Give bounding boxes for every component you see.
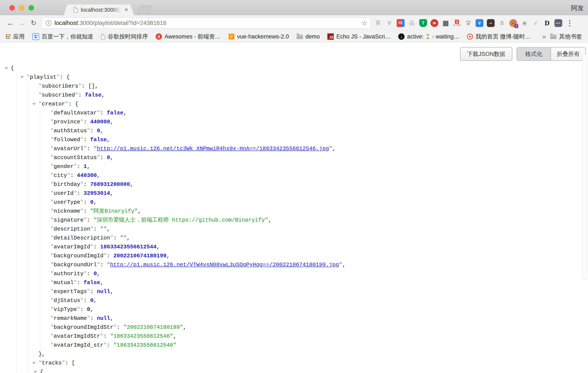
view-mode-segmented-control: 格式化 折叠所有 — [516, 47, 586, 61]
extension-icons-strip: 英VFE品T≫▦5PLAYER∨●●S••1◉✓D••• — [374, 19, 562, 27]
paw-extension-icon[interactable] — [464, 19, 472, 27]
json-row: }, — [29, 350, 579, 359]
folder-icon — [296, 34, 303, 39]
hourglass-icon — [426, 34, 430, 39]
html5-player-extension-icon[interactable]: 5PLAYER — [453, 19, 461, 27]
monkey-extension-icon[interactable]: ••1 — [509, 19, 517, 27]
browser-menu-button[interactable]: ⋮ — [566, 19, 573, 27]
bookmark-google-sort[interactable]: 谷歌按时间排序 — [101, 33, 148, 40]
json-url-link[interactable]: http://p1.music.126.net/tc3Wk_XNPmwiR4hx… — [97, 145, 329, 152]
reload-button[interactable]: ↻ — [29, 19, 38, 27]
bookmark-vue-hackernews[interactable]: Vvue-hackernews-2.0 — [228, 33, 289, 40]
bookmark-star-icon[interactable]: ☆ — [361, 19, 368, 27]
json-row-avatarImgId_str: "avatarImgId_str": "18633423556612546" — [40, 341, 579, 350]
player-caption: PLAYER — [453, 24, 461, 26]
fe-extension-icon[interactable]: FE — [397, 19, 405, 27]
json-row-userType: "userType": 0, — [40, 198, 579, 207]
baidu-paw-icon — [32, 33, 39, 40]
collapse-triangle-icon[interactable] — [32, 362, 36, 364]
zoom-window-button[interactable] — [29, 5, 34, 11]
url-bar[interactable]: i localhost:3000/playlist/detail?id=2438… — [42, 17, 371, 29]
collapse-triangle-icon[interactable] — [34, 371, 37, 373]
json-row-city: "city": 440300, — [40, 171, 579, 180]
traffic-lights — [9, 5, 34, 11]
incognito-extension-icon[interactable]: ●● — [487, 19, 495, 27]
minimize-window-button[interactable] — [19, 5, 24, 11]
json-url-link[interactable]: http://p1.music.126.net/VTW4vsN08vwL3uSQ… — [110, 262, 339, 268]
json-row-avatarUrl: "avatarUrl": "http://p1.music.126.net/tc… — [40, 144, 579, 153]
bookmark-demo[interactable]: demo — [296, 33, 320, 40]
qrcode-extension-icon[interactable]: ▦ — [442, 19, 450, 27]
collapse-all-button[interactable]: 折叠所有 — [551, 48, 586, 60]
profile-name[interactable]: 阿发 — [571, 4, 584, 12]
json-row-playlist: "playlist": { — [17, 73, 579, 82]
vertical-scrollbar-thumb[interactable] — [582, 54, 587, 279]
onetab-extension-icon[interactable]: ••• — [554, 19, 562, 27]
video-speed-extension-icon[interactable]: ≫ — [430, 19, 438, 27]
download-json-button[interactable]: 下载JSON数据 — [460, 47, 512, 61]
bookmark-apps[interactable]: 应用 — [6, 33, 25, 40]
translate-extension-icon[interactable]: 英 — [374, 19, 382, 27]
json-row-backgroundImgIdStr: "backgroundImgIdStr": "2002210674180199"… — [40, 323, 579, 332]
forward-button[interactable]: → — [18, 19, 26, 27]
vue-devtools-extension-icon[interactable]: V — [385, 19, 393, 27]
json-row-subscribers: "subscribers": [], — [29, 82, 579, 91]
title-bar: localhost:3000/playlist/detail?i × 阿发 — [0, 0, 588, 15]
bookmark-weibo[interactable]: 我的首页 微博-随时… — [467, 33, 531, 40]
json-row-creator: "creator": { — [29, 99, 579, 108]
site-info-icon[interactable]: i — [46, 20, 52, 26]
bookmarks-bar: 应用百度一下，你就知道谷歌按时间排序AAwesomes - 前端资…Vvue-h… — [0, 31, 588, 43]
browser-toolbar: ← → ↻ i localhost:3000/playlist/detail?i… — [0, 15, 588, 31]
bookmark-label: Echo JS - JavaScri… — [336, 33, 390, 40]
json-row-defaultAvatar: "defaultAvatar": false, — [40, 108, 579, 117]
json-row-avatarImgId: "avatarImgId": 18633423556612544, — [40, 242, 579, 251]
bookmark-label: 我的首页 微博-随时… — [475, 33, 531, 40]
tab-close-icon[interactable]: × — [125, 7, 128, 13]
json-tree: {"playlist": {"subscribers": [],"subscri… — [0, 64, 579, 373]
json-row-accountStatus: "accountStatus": 0, — [40, 153, 579, 162]
json-row-signature: "signature": "深圳市爱猫人士，前端工程师 https://gith… — [40, 216, 579, 224]
paw-shape — [466, 20, 471, 26]
extension-badge: 1 — [514, 24, 518, 28]
browser-tab[interactable]: localhost:3000/playlist/detail?i × — [64, 4, 134, 15]
close-window-button[interactable] — [9, 5, 15, 11]
stylish-extension-icon[interactable]: S — [498, 19, 506, 27]
format-button[interactable]: 格式化 — [517, 48, 551, 60]
html5-logo: 5 — [455, 20, 459, 24]
bookmarks-overflow-chevron[interactable]: » — [542, 33, 546, 40]
json-row-mutual: "mutual": false, — [40, 278, 579, 287]
json-children-block: "playlist": {"subscribers": [],"subscrib… — [16, 73, 579, 373]
json-row-vipType: "vipType": 0, — [40, 305, 579, 314]
bookmark-label: vue-hackernews-2.0 — [237, 33, 289, 40]
bookmark-awesomes[interactable]: AAwesomes - 前端资… — [156, 33, 221, 40]
weibo-gray-extension-icon[interactable]: ◉ — [521, 19, 528, 27]
sitemap-extension-icon[interactable]: 品 — [408, 19, 416, 27]
bookmark-label: 百度一下，你就知道 — [42, 33, 93, 40]
json-row-nickname: "nickname": "阿发Binaryify", — [40, 207, 579, 216]
json-row-authority: "authority": 0, — [40, 269, 579, 278]
json-row-backgroundImgId: "backgroundImgId": 2002210674180199, — [40, 251, 579, 260]
dark-reader-extension-icon[interactable]: D — [543, 19, 551, 27]
tampermonkey-shield-extension-icon[interactable]: T — [419, 19, 427, 27]
json-row-detailDescription: "detailDescription": "", — [40, 234, 579, 242]
other-bookmarks-folder[interactable]: 其他书签 — [550, 33, 582, 40]
collapse-triangle-icon[interactable] — [32, 103, 36, 105]
download-circle-icon: ↓ — [398, 33, 405, 40]
bookmark-echojs[interactable]: JSEcho JS - JavaScri… — [327, 33, 390, 40]
echojs-icon: JS — [327, 33, 334, 40]
bookmark-baidu[interactable]: 百度一下，你就知道 — [32, 33, 93, 40]
json-row-birthday: "birthday": 768931200000, — [40, 180, 579, 189]
vue-icon: V — [228, 33, 235, 40]
json-row-followed: "followed": false, — [40, 135, 579, 144]
json-row-description: "description": "", — [40, 224, 579, 234]
tab-title-fade — [113, 7, 122, 13]
downloader-extension-icon[interactable]: ∨ — [475, 19, 483, 27]
url-text[interactable]: localhost:3000/playlist/detail?id=243816… — [54, 20, 167, 26]
json-row-backgroundUrl: "backgroundUrl": "http://p1.music.126.ne… — [40, 260, 579, 269]
new-tab-button[interactable] — [137, 6, 152, 14]
collapse-triangle-icon[interactable] — [5, 67, 8, 70]
bird-extension-icon[interactable]: ✓ — [531, 18, 541, 28]
bookmark-active[interactable]: ↓active:- waiting… — [398, 33, 459, 40]
back-button[interactable]: ← — [6, 19, 15, 27]
collapse-triangle-icon[interactable] — [21, 76, 24, 78]
